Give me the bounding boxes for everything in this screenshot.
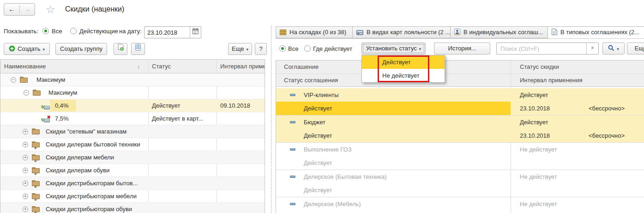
- interval-divider: [584, 130, 585, 141]
- radio-active-label[interactable]: Действующие: [79, 28, 118, 35]
- radio-all-agreements[interactable]: [279, 45, 286, 52]
- left-table-header: Наименование ↓ Статус Интервал применени…: [0, 60, 265, 73]
- caret-down-icon: ▾: [419, 47, 421, 51]
- percent-discount-icon: %: [41, 103, 50, 110]
- column-header-discount-status[interactable]: Статус скидки: [520, 61, 559, 73]
- row-name: Скидки дилерам обуви: [46, 164, 109, 177]
- search-options-button[interactable]: ▾: [602, 43, 625, 55]
- table-row[interactable]: + Скидки дилерам бытовой техники: [0, 138, 265, 151]
- agreement-status-row[interactable]: Действует: [276, 156, 644, 170]
- history-button[interactable]: История...: [434, 43, 490, 55]
- radio-where-active-label[interactable]: Где действует: [313, 45, 352, 53]
- sort-descending-icon[interactable]: ↓: [137, 60, 140, 73]
- search-icon: [608, 45, 614, 51]
- right-more-button[interactable]: Еще: [627, 43, 644, 55]
- tab-individual-agreements[interactable]: В индивидуальных соглаш...: [450, 26, 548, 38]
- table-row[interactable]: + Скидки "сетевым" магазинам: [0, 125, 265, 138]
- plus-circle-icon: [9, 45, 15, 52]
- column-header-interval[interactable]: Интервал применения: [520, 73, 583, 87]
- table-row[interactable]: + Скидки дистрибьюторам мебели: [0, 190, 265, 203]
- tab-label: На складах (0 из 38): [289, 29, 346, 36]
- expand-plus-icon[interactable]: +: [23, 168, 28, 173]
- percent-discount-inactive-icon: %✖: [41, 116, 50, 122]
- collapse-minus-icon[interactable]: −: [11, 77, 16, 83]
- date-input[interactable]: [144, 27, 190, 38]
- table-row[interactable]: + Скидки дилерам обуви: [0, 164, 265, 177]
- interval-end: <бессрочно>: [589, 102, 625, 115]
- agreement-status-row[interactable]: Действует: [276, 183, 644, 197]
- expand-plus-icon[interactable]: +: [23, 142, 28, 147]
- column-header-name[interactable]: Наименование: [4, 60, 46, 73]
- caret-down-icon: ▾: [617, 47, 619, 51]
- interval-divider: [584, 103, 585, 114]
- tab-warehouses[interactable]: На складах (0 из 38): [276, 26, 353, 38]
- folder-plus-icon: [32, 206, 40, 212]
- column-header-agreement[interactable]: Соглашение: [284, 61, 319, 73]
- app-window: ← → ☆ Скидки (наценки) Показывать: Все Д…: [0, 0, 644, 213]
- calendar-button[interactable]: [190, 27, 201, 38]
- table-row[interactable]: + Скидки дистрибьюторам бытов...: [0, 177, 265, 190]
- warehouse-grid-icon: [280, 30, 286, 35]
- back-button[interactable]: ←: [4, 4, 19, 15]
- clear-search-button[interactable]: ×: [586, 43, 598, 54]
- column-header-status[interactable]: Статус: [152, 60, 171, 73]
- interval-start: 23.10.2018: [520, 129, 550, 142]
- table-row[interactable]: − Максимум: [0, 73, 265, 86]
- row-name: Скидки "сетевым" магазинам: [46, 125, 126, 138]
- agreement-row[interactable]: Выполнение ГОЗ Не действует: [276, 143, 644, 156]
- expand-plus-icon[interactable]: +: [23, 207, 28, 212]
- agreement-status-row[interactable]: Действует 23.10.2018 <бессрочно>: [276, 129, 644, 142]
- agreement-status-row-selected[interactable]: Действует 23.10.2018 <бессрочно>: [276, 102, 644, 115]
- agreement-row[interactable]: Дилерское (Мебель) Не действует: [276, 197, 644, 211]
- row-name: Скидки дистрибьюторам мебели: [46, 190, 137, 203]
- agreement-row[interactable]: VIP-клиенты Действует: [276, 88, 644, 102]
- radio-all-label[interactable]: Все: [52, 28, 62, 35]
- expand-plus-icon[interactable]: +: [23, 129, 28, 134]
- agreement-name: Дилерское (Бытовая техника): [304, 170, 387, 183]
- table-row[interactable]: %✖ 7,5% Действует в карт...: [0, 112, 265, 125]
- agreement-row[interactable]: Дилерское (Бытовая техника) Не действует: [276, 170, 644, 183]
- folder-icon: [33, 90, 41, 96]
- table-row[interactable]: − Максимум: [0, 86, 265, 99]
- forward-button[interactable]: →: [20, 4, 35, 15]
- table-row[interactable]: + Скидки дистрибьюторам обуви: [0, 203, 265, 213]
- radio-all[interactable]: [42, 28, 49, 34]
- column-header-interval[interactable]: Интервал применения: [220, 60, 265, 73]
- agreement-dash-icon: [290, 94, 295, 96]
- set-status-button[interactable]: Установить статус▾: [361, 43, 426, 55]
- panel-splitter[interactable]: [271, 25, 271, 213]
- expand-plus-icon[interactable]: +: [23, 181, 28, 186]
- left-more-label: Еще: [232, 45, 244, 52]
- agreement-name: VIP-клиенты: [304, 88, 339, 102]
- row-status: Действует: [152, 99, 180, 112]
- create-button[interactable]: Создать▾: [4, 43, 50, 55]
- radio-active[interactable]: [70, 28, 77, 34]
- copy-item-button[interactable]: [114, 43, 127, 55]
- history-label: История...: [448, 45, 476, 52]
- date-label: на дату:: [119, 28, 142, 35]
- create-group-button[interactable]: Создать группу: [55, 43, 107, 55]
- left-more-button[interactable]: Еще▾: [228, 43, 252, 55]
- interval-end: <бессрочно>: [589, 129, 625, 142]
- collapse-minus-icon[interactable]: −: [24, 90, 29, 96]
- column-header-agreement-status[interactable]: Статус соглашения: [284, 73, 338, 87]
- agreement-row[interactable]: Бюджет Действует: [276, 116, 644, 129]
- list-settings-button[interactable]: [131, 43, 145, 55]
- tab-label: В видах карт лояльности (2 ...: [367, 29, 450, 36]
- discount-status: Действует: [520, 88, 548, 102]
- table-row-selected[interactable]: % 0,4% Действует 09.10.2018: [0, 99, 265, 112]
- column-divider: [148, 60, 149, 73]
- tab-standard-agreements[interactable]: В типовых соглашениях (2...: [548, 26, 644, 39]
- radio-where-active[interactable]: [304, 45, 311, 52]
- right-tab-bar: На складах (0 из 38) В видах карт лояльн…: [276, 26, 644, 38]
- search-input[interactable]: [497, 43, 585, 54]
- date-field: [144, 26, 201, 38]
- help-button[interactable]: ?: [255, 43, 267, 55]
- radio-all-agreements-label[interactable]: Все: [288, 45, 298, 53]
- table-row[interactable]: + Скидки дилерам мебели: [0, 151, 265, 164]
- tab-label: В индивидуальных соглаш...: [463, 29, 543, 36]
- expand-plus-icon[interactable]: +: [23, 155, 28, 160]
- favorite-star-icon[interactable]: ☆: [46, 4, 55, 15]
- expand-plus-icon[interactable]: +: [23, 194, 28, 199]
- tab-loyalty-cards[interactable]: В видах карт лояльности (2 ...: [352, 26, 451, 38]
